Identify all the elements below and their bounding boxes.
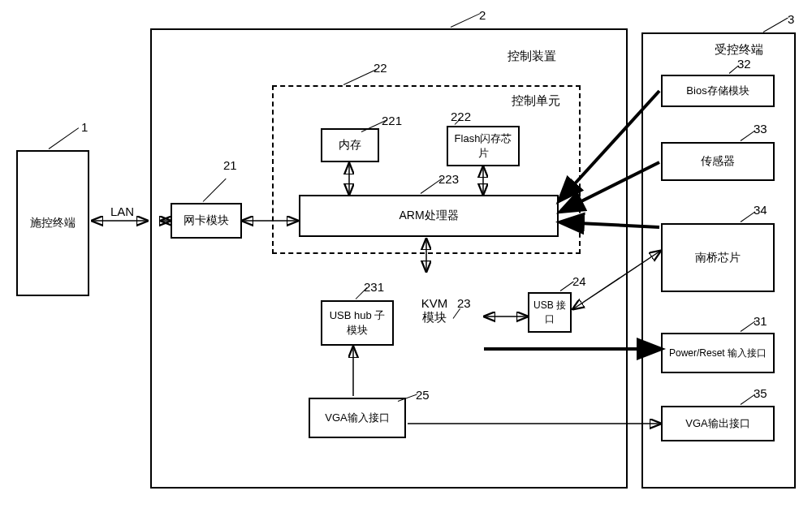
south-bridge-box: 南桥芯片 [661, 223, 775, 292]
usb-hub-box: USB hub 子模块 [321, 300, 394, 346]
memory-label: 内存 [339, 138, 361, 153]
usb-port-box: USB 接口 [528, 292, 572, 333]
vga-input-box: VGA输入接口 [309, 398, 406, 438]
memory-box: 内存 [321, 128, 379, 162]
control-unit-title: 控制单元 [512, 93, 560, 109]
sensor-box: 传感器 [661, 142, 775, 181]
label-222: 222 [451, 110, 471, 123]
label-22: 22 [374, 61, 387, 75]
leader-3 [763, 18, 788, 32]
label-1: 1 [81, 120, 88, 134]
controlling-terminal-box: 施控终端 [16, 150, 89, 296]
usb-port-label: USB 接口 [533, 299, 567, 326]
controlling-terminal-label: 施控终端 [30, 216, 76, 230]
vga-output-box: VGA输出接口 [661, 406, 775, 441]
arm-processor-box: ARM处理器 [299, 195, 559, 237]
power-reset-box: Power/Reset 输入接口 [661, 333, 775, 373]
vga-input-label: VGA输入接口 [325, 411, 389, 425]
label-24: 24 [572, 274, 586, 288]
bios-storage-box: Bios存储模块 [661, 75, 775, 107]
label-2: 2 [479, 8, 486, 22]
vga-output-label: VGA输出接口 [685, 416, 749, 431]
power-reset-label: Power/Reset 输入接口 [669, 347, 767, 360]
label-31: 31 [754, 314, 767, 328]
label-32: 32 [737, 57, 751, 71]
kvm-module-label: KVM 模块 [414, 296, 455, 325]
arm-processor-label: ARM处理器 [399, 209, 458, 223]
usb-hub-label: USB hub 子模块 [326, 308, 389, 338]
label-35: 35 [754, 386, 767, 400]
nic-module-label: 网卡模块 [184, 213, 229, 228]
leader-2 [451, 13, 481, 28]
south-bridge-label: 南桥芯片 [695, 251, 741, 265]
nic-module-box: 网卡模块 [171, 203, 242, 239]
bios-storage-label: Bios存储模块 [686, 84, 749, 98]
control-device-title: 控制装置 [508, 49, 556, 64]
lan-label: LAN [110, 204, 134, 218]
label-3: 3 [788, 12, 794, 26]
label-33: 33 [754, 122, 767, 136]
flash-chip-box: Flash闪存芯片 [447, 126, 520, 166]
sensor-label: 传感器 [701, 154, 735, 169]
label-25: 25 [416, 388, 430, 402]
flash-chip-label: Flash闪存芯片 [451, 131, 515, 161]
leader-1 [49, 127, 79, 149]
label-34: 34 [754, 203, 767, 217]
label-21: 21 [223, 158, 237, 172]
controlled-terminal-title: 受控终端 [715, 42, 763, 58]
